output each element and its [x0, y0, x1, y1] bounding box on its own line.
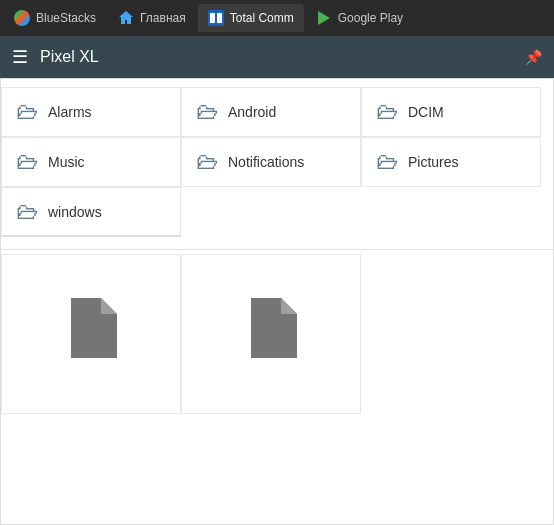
folder-music[interactable]: 🗁 Music	[1, 137, 181, 187]
pin-icon: 📌	[525, 49, 542, 65]
toolbar: ☰ Pixel XL 📌	[0, 36, 554, 78]
home-icon	[118, 10, 134, 26]
tab-home-label: Главная	[140, 11, 186, 25]
bluestacks-icon	[14, 10, 30, 26]
file-icon	[65, 298, 117, 370]
svg-rect-1	[210, 13, 215, 23]
folder-name: windows	[48, 204, 102, 220]
folder-icon: 🗁	[196, 149, 218, 175]
folder-row-2: 🗁 Music 🗁 Notifications 🗁 Pictures	[1, 137, 553, 187]
svg-marker-3	[318, 11, 330, 25]
file-item-1[interactable]	[1, 254, 181, 414]
folder-row-3: 🗁 windows	[1, 187, 553, 237]
files-section	[1, 254, 553, 414]
folder-icon: 🗁	[376, 149, 398, 175]
folder-icon: 🗁	[16, 199, 38, 225]
file-manager-area: 🗁 Alarms 🗁 Android 🗁 DCIM 🗁 Music 🗁 Noti…	[0, 78, 554, 525]
folder-windows[interactable]: 🗁 windows	[1, 187, 181, 237]
folder-android[interactable]: 🗁 Android	[181, 87, 361, 137]
section-separator	[1, 249, 553, 250]
tab-googleplay[interactable]: Google Play	[306, 4, 413, 32]
totalcomm-icon	[208, 10, 224, 26]
folder-pictures[interactable]: 🗁 Pictures	[361, 137, 541, 187]
folder-name: Alarms	[48, 104, 92, 120]
tab-totalcomm-label: Total Comm	[230, 11, 294, 25]
tab-googleplay-label: Google Play	[338, 11, 403, 25]
folder-alarms[interactable]: 🗁 Alarms	[1, 87, 181, 137]
folder-name: Music	[48, 154, 85, 170]
file-icon	[245, 298, 297, 370]
file-item-2[interactable]	[181, 254, 361, 414]
tab-bluestacks-label: BlueStacks	[36, 11, 96, 25]
tab-totalcomm[interactable]: Total Comm	[198, 4, 304, 32]
folder-name: Pictures	[408, 154, 459, 170]
folder-dcim[interactable]: 🗁 DCIM	[361, 87, 541, 137]
folders-section: 🗁 Alarms 🗁 Android 🗁 DCIM 🗁 Music 🗁 Noti…	[1, 79, 553, 245]
folder-row-1: 🗁 Alarms 🗁 Android 🗁 DCIM	[1, 87, 553, 137]
menu-button[interactable]: ☰	[12, 46, 28, 68]
folder-name: DCIM	[408, 104, 444, 120]
folder-icon: 🗁	[376, 99, 398, 125]
googleplay-icon	[316, 10, 332, 26]
svg-rect-2	[217, 13, 222, 23]
toolbar-title: Pixel XL	[40, 48, 99, 66]
folder-notifications[interactable]: 🗁 Notifications	[181, 137, 361, 187]
tab-bluestacks[interactable]: BlueStacks	[4, 4, 106, 32]
folder-icon: 🗁	[16, 99, 38, 125]
folder-icon: 🗁	[196, 99, 218, 125]
titlebar: BlueStacks Главная Total Comm Google Pla…	[0, 0, 554, 36]
tab-home[interactable]: Главная	[108, 4, 196, 32]
folder-name: Android	[228, 104, 276, 120]
folder-icon: 🗁	[16, 149, 38, 175]
folder-name: Notifications	[228, 154, 304, 170]
